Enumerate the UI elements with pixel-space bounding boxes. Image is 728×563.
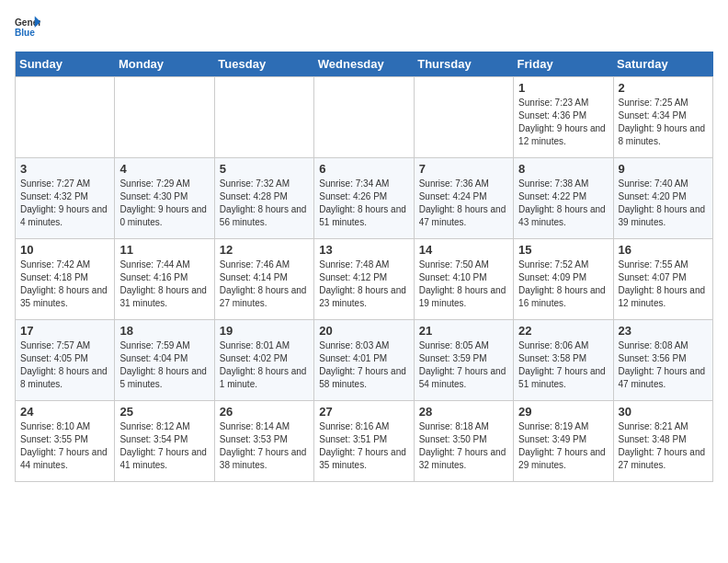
calendar-cell: 22Sunrise: 8:06 AM Sunset: 3:58 PM Dayli… [514,320,613,401]
day-number: 9 [619,162,708,176]
header-sunday: Sunday [16,52,115,77]
calendar-cell: 29Sunrise: 8:19 AM Sunset: 3:49 PM Dayli… [514,401,613,482]
day-info: Sunrise: 7:38 AM Sunset: 4:22 PM Dayligh… [518,178,608,229]
header-wednesday: Wednesday [314,52,414,77]
logo: General Blue [15,15,40,40]
day-info: Sunrise: 8:03 AM Sunset: 4:01 PM Dayligh… [319,339,408,391]
header-friday: Friday [514,52,613,77]
calendar-cell: 16Sunrise: 7:55 AM Sunset: 4:07 PM Dayli… [613,239,712,320]
calendar-cell: 10Sunrise: 7:42 AM Sunset: 4:18 PM Dayli… [16,239,115,320]
day-info: Sunrise: 7:25 AM Sunset: 4:34 PM Dayligh… [619,97,708,148]
day-number: 20 [319,324,408,338]
day-number: 15 [518,243,608,257]
calendar-header-row: SundayMondayTuesdayWednesdayThursdayFrid… [16,52,713,77]
day-number: 27 [319,405,408,419]
day-number: 24 [20,405,109,419]
day-number: 19 [220,324,309,338]
day-number: 2 [619,81,708,95]
day-info: Sunrise: 7:32 AM Sunset: 4:28 PM Dayligh… [220,178,309,229]
calendar-cell: 2Sunrise: 7:25 AM Sunset: 4:34 PM Daylig… [613,77,712,158]
calendar-cell: 8Sunrise: 7:38 AM Sunset: 4:22 PM Daylig… [514,158,613,239]
day-number: 23 [619,324,708,338]
calendar-cell: 9Sunrise: 7:40 AM Sunset: 4:20 PM Daylig… [613,158,712,239]
day-info: Sunrise: 8:05 AM Sunset: 3:59 PM Dayligh… [419,339,508,391]
calendar-cell: 23Sunrise: 8:08 AM Sunset: 3:56 PM Dayli… [613,320,712,401]
calendar-cell: 20Sunrise: 8:03 AM Sunset: 4:01 PM Dayli… [314,320,414,401]
day-number: 29 [518,405,608,419]
calendar-cell: 7Sunrise: 7:36 AM Sunset: 4:24 PM Daylig… [414,158,513,239]
day-number: 17 [20,324,109,338]
day-number: 22 [518,324,608,338]
day-number: 7 [419,162,508,176]
day-number: 11 [119,243,209,257]
day-number: 13 [319,243,408,257]
calendar-cell: 1Sunrise: 7:23 AM Sunset: 4:36 PM Daylig… [514,77,613,158]
calendar-table: SundayMondayTuesdayWednesdayThursdayFrid… [15,52,713,482]
day-info: Sunrise: 8:10 AM Sunset: 3:55 PM Dayligh… [20,420,109,472]
calendar-cell: 11Sunrise: 7:44 AM Sunset: 4:16 PM Dayli… [115,239,214,320]
calendar-cell: 30Sunrise: 8:21 AM Sunset: 3:48 PM Dayli… [613,401,712,482]
calendar-week-row: 3Sunrise: 7:27 AM Sunset: 4:32 PM Daylig… [16,158,713,239]
calendar-cell [414,77,513,158]
logo-icon: General Blue [15,15,40,40]
calendar-cell: 4Sunrise: 7:29 AM Sunset: 4:30 PM Daylig… [115,158,214,239]
day-number: 3 [20,162,109,176]
calendar-cell: 28Sunrise: 8:18 AM Sunset: 3:50 PM Dayli… [414,401,513,482]
day-info: Sunrise: 8:06 AM Sunset: 3:58 PM Dayligh… [518,339,608,391]
day-number: 5 [220,162,309,176]
day-info: Sunrise: 7:40 AM Sunset: 4:20 PM Dayligh… [619,178,708,229]
calendar-week-row: 24Sunrise: 8:10 AM Sunset: 3:55 PM Dayli… [16,401,713,482]
day-info: Sunrise: 7:29 AM Sunset: 4:30 PM Dayligh… [119,178,209,229]
day-number: 8 [518,162,608,176]
day-info: Sunrise: 7:48 AM Sunset: 4:12 PM Dayligh… [319,259,408,310]
calendar-cell: 26Sunrise: 8:14 AM Sunset: 3:53 PM Dayli… [214,401,313,482]
day-info: Sunrise: 8:19 AM Sunset: 3:49 PM Dayligh… [518,420,608,472]
calendar-cell: 14Sunrise: 7:50 AM Sunset: 4:10 PM Dayli… [414,239,513,320]
calendar-cell: 6Sunrise: 7:34 AM Sunset: 4:26 PM Daylig… [314,158,414,239]
day-info: Sunrise: 7:34 AM Sunset: 4:26 PM Dayligh… [319,178,408,229]
day-info: Sunrise: 7:46 AM Sunset: 4:14 PM Dayligh… [220,259,309,310]
header-monday: Monday [115,52,214,77]
day-info: Sunrise: 8:08 AM Sunset: 3:56 PM Dayligh… [619,339,708,391]
day-info: Sunrise: 7:59 AM Sunset: 4:04 PM Dayligh… [119,339,209,391]
day-number: 30 [619,405,708,419]
calendar-cell: 5Sunrise: 7:32 AM Sunset: 4:28 PM Daylig… [214,158,313,239]
day-number: 1 [518,81,608,95]
calendar-week-row: 1Sunrise: 7:23 AM Sunset: 4:36 PM Daylig… [16,77,713,158]
day-number: 25 [119,405,209,419]
calendar-cell: 15Sunrise: 7:52 AM Sunset: 4:09 PM Dayli… [514,239,613,320]
day-number: 18 [119,324,209,338]
day-info: Sunrise: 7:52 AM Sunset: 4:09 PM Dayligh… [518,259,608,310]
day-number: 16 [619,243,708,257]
calendar-cell: 3Sunrise: 7:27 AM Sunset: 4:32 PM Daylig… [16,158,115,239]
day-number: 4 [119,162,209,176]
calendar-cell: 21Sunrise: 8:05 AM Sunset: 3:59 PM Dayli… [414,320,513,401]
day-info: Sunrise: 7:27 AM Sunset: 4:32 PM Dayligh… [20,178,109,229]
day-number: 6 [319,162,408,176]
day-info: Sunrise: 7:50 AM Sunset: 4:10 PM Dayligh… [419,259,508,310]
svg-text:Blue: Blue [15,28,35,38]
day-number: 26 [220,405,309,419]
day-info: Sunrise: 7:44 AM Sunset: 4:16 PM Dayligh… [119,259,209,310]
calendar-cell: 17Sunrise: 7:57 AM Sunset: 4:05 PM Dayli… [16,320,115,401]
calendar-week-row: 17Sunrise: 7:57 AM Sunset: 4:05 PM Dayli… [16,320,713,401]
day-info: Sunrise: 8:14 AM Sunset: 3:53 PM Dayligh… [220,420,309,472]
header-thursday: Thursday [414,52,513,77]
calendar-cell: 12Sunrise: 7:46 AM Sunset: 4:14 PM Dayli… [214,239,313,320]
calendar-week-row: 10Sunrise: 7:42 AM Sunset: 4:18 PM Dayli… [16,239,713,320]
calendar-cell: 13Sunrise: 7:48 AM Sunset: 4:12 PM Dayli… [314,239,414,320]
day-info: Sunrise: 7:42 AM Sunset: 4:18 PM Dayligh… [20,259,109,310]
day-number: 10 [20,243,109,257]
calendar-cell [214,77,313,158]
calendar-cell [16,77,115,158]
day-number: 12 [220,243,309,257]
calendar-cell [314,77,414,158]
day-number: 21 [419,324,508,338]
calendar-cell: 19Sunrise: 8:01 AM Sunset: 4:02 PM Dayli… [214,320,313,401]
calendar-cell: 24Sunrise: 8:10 AM Sunset: 3:55 PM Dayli… [16,401,115,482]
day-info: Sunrise: 8:18 AM Sunset: 3:50 PM Dayligh… [419,420,508,472]
day-info: Sunrise: 7:57 AM Sunset: 4:05 PM Dayligh… [20,339,109,391]
day-info: Sunrise: 7:23 AM Sunset: 4:36 PM Dayligh… [518,97,608,148]
day-info: Sunrise: 7:36 AM Sunset: 4:24 PM Dayligh… [419,178,508,229]
day-number: 14 [419,243,508,257]
